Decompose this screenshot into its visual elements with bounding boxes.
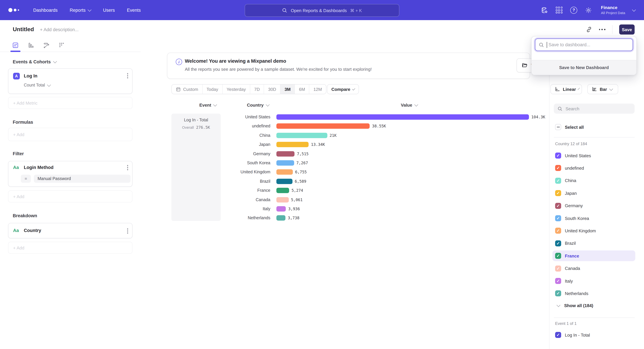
chart-bar-japan[interactable] [276,142,309,147]
select-all-row[interactable]: Select all [552,122,635,132]
country-checkbox-south-korea[interactable]: ✓ [555,215,561,221]
show-all-toggle[interactable]: Show all (184) [552,300,635,311]
project-chevron-down-icon[interactable] [632,8,636,11]
select-all-checkbox[interactable] [555,124,561,130]
chart-bar-france[interactable] [276,188,289,193]
range-custom[interactable]: Custom [172,84,202,94]
breakdown-kebab-icon[interactable] [127,228,128,234]
project-selector[interactable]: Finance All Project Data [601,5,625,15]
settings-gear-icon[interactable] [585,6,592,14]
country-filter-row-south-korea[interactable]: ✓South Korea [552,213,635,224]
country-filter-row-canada[interactable]: ✓Canada [552,263,635,274]
nav-item-users[interactable]: Users [103,7,115,12]
global-search[interactable]: Open Reports & Dashboards ⌘ + K [245,4,399,17]
range-yesterday[interactable]: Yesterday [222,84,250,94]
filter-card[interactable]: Aa Login Method = Manual Password [8,161,132,187]
event-column-header[interactable]: Event [200,103,217,108]
add-breakdown-button[interactable]: + Add [8,242,132,254]
country-checkbox-netherlands[interactable]: ✓ [555,291,561,297]
event-filter-row[interactable]: ✓ Log In - Total [552,330,635,340]
filter-kebab-icon[interactable] [127,165,128,170]
range-30d[interactable]: 30D [264,84,280,94]
tab-insights[interactable] [8,39,23,52]
bar-chart-icon [592,86,597,92]
chart-bar-united-kingdom[interactable] [276,169,293,175]
country-checkbox-canada[interactable]: ✓ [555,265,561,271]
country-filter-row-united-states[interactable]: ✓United States [552,150,635,161]
events-cohorts-header[interactable]: Events & Cohorts [13,59,56,64]
country-filter-row-united-kingdom[interactable]: ✓United Kingdom [552,225,635,236]
nav-item-reports[interactable]: Reports [70,7,91,12]
save-to-new-dashboard-button[interactable]: Save to New Dashboard [532,60,636,75]
help-icon[interactable]: ? [570,6,578,14]
country-checkbox-united-states[interactable]: ✓ [555,153,561,159]
country-column-header[interactable]: Country [247,103,269,108]
range-today[interactable]: Today [202,84,222,94]
range-6m[interactable]: 6M [295,84,309,94]
range-12m[interactable]: 12M [309,84,326,94]
chart-bar-germany[interactable] [276,151,295,156]
metric-kebab-icon[interactable] [127,73,128,78]
filter-value[interactable]: Manual Password [34,175,130,183]
copy-link-icon[interactable] [586,26,592,33]
chart-row-south-korea: South Korea7,267 [140,158,546,168]
chart-bar-undefined[interactable] [276,124,370,129]
tab-flows[interactable] [38,39,54,52]
country-checkbox-undefined[interactable]: ✓ [555,165,561,171]
range-3m[interactable]: 3M [280,84,295,94]
tab-retention[interactable] [54,39,70,52]
chart-bar-netherlands[interactable] [276,215,286,221]
nav-item-dashboards[interactable]: Dashboards [33,7,58,12]
top-nav: DashboardsReportsUsersEvents Open Report… [0,0,644,20]
add-metric-button[interactable]: + Add Metric [8,97,132,109]
range-7d[interactable]: 7D [250,84,264,94]
data-management-icon[interactable] [540,6,548,14]
report-canvas: i Welcome! You are viewing a Mixpanel de… [140,39,644,349]
save-button[interactable]: Save [619,24,634,34]
apps-grid-icon[interactable] [555,6,563,14]
country-filter-row-china[interactable]: ✓China [552,175,635,186]
country-filter-row-netherlands[interactable]: ✓Netherlands [552,288,635,299]
country-checkbox-china[interactable]: ✓ [555,178,561,184]
chart-bar-china[interactable] [276,133,327,138]
breakdown-card[interactable]: Aa Country [8,223,132,238]
chart-bar-united-states[interactable] [276,114,529,120]
country-checkbox-japan[interactable]: ✓ [555,190,561,196]
country-filter-row-germany[interactable]: ✓Germany [552,200,635,211]
chart-bar-brazil[interactable] [276,179,292,184]
report-title[interactable]: Untitled [13,26,34,33]
value-column-header[interactable]: Value [401,103,418,108]
tab-funnels[interactable] [23,39,38,52]
mixpanel-logo[interactable] [8,8,19,12]
country-checkbox-france[interactable]: ✓ [555,253,561,259]
chart-type-dropdown[interactable]: Bar [587,84,618,94]
add-description[interactable]: + Add description... [40,27,78,32]
add-formula-button[interactable]: + Add [8,128,132,141]
metric-card[interactable]: A Log In Count Total [8,68,132,94]
chart-bar-italy[interactable] [276,206,286,212]
filter-search-input[interactable]: Search [554,104,634,114]
country-filter-row-france[interactable]: ✓France [552,250,635,261]
filter-operator[interactable]: = [21,175,31,183]
country-checkbox-germany[interactable]: ✓ [555,203,561,209]
metric-aggregation[interactable]: Count Total [24,83,50,87]
scale-dropdown[interactable]: Linear [550,84,582,94]
compare-button[interactable]: Compare [327,84,359,94]
breakdown-property-name[interactable]: Country [24,228,41,233]
country-filter-row-italy[interactable]: ✓Italy [552,276,635,286]
chart-bar-canada[interactable] [276,197,289,202]
event-checkbox[interactable]: ✓ [555,332,561,338]
country-filter-row-japan[interactable]: ✓Japan [552,188,635,198]
country-filter-row-brazil[interactable]: ✓Brazil [552,238,635,249]
more-actions-icon[interactable] [599,29,606,30]
filter-property-name[interactable]: Login Method [24,165,54,170]
metric-name[interactable]: Log In [24,73,38,78]
add-filter-button[interactable]: + Add [8,190,132,203]
country-checkbox-brazil[interactable]: ✓ [555,240,561,246]
country-checkbox-united-kingdom[interactable]: ✓ [555,228,561,234]
country-filter-row-undefined[interactable]: ✓undefined [552,163,635,173]
save-dashboard-search-input[interactable]: Save to dashboard... [535,38,633,51]
country-checkbox-italy[interactable]: ✓ [555,278,561,284]
nav-item-events[interactable]: Events [127,7,141,12]
chart-bar-south-korea[interactable] [276,160,294,166]
